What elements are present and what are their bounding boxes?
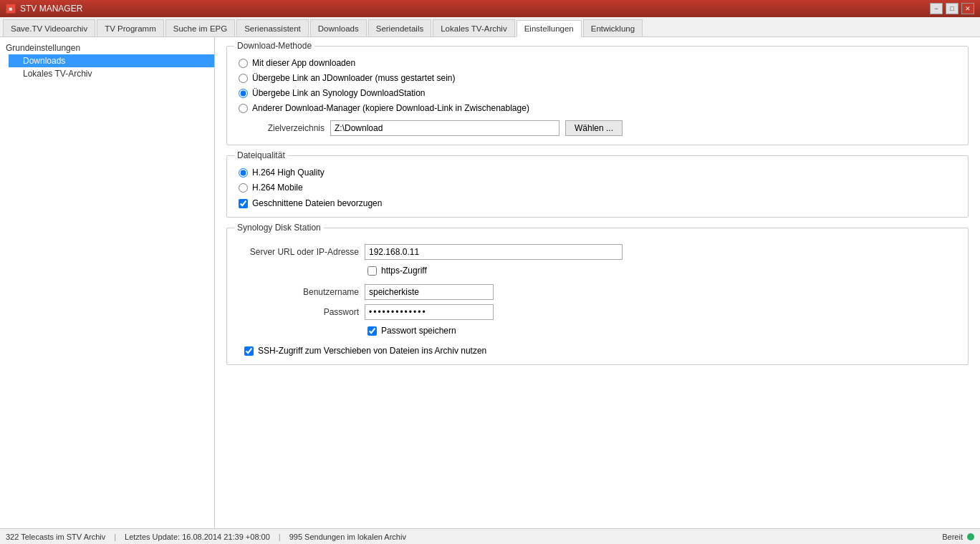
maximize-button[interactable]: □ [946,3,959,14]
status-bar: 322 Telecasts im STV Archiv | Letztes Up… [0,528,980,544]
ssh-zugriff-checkbox-row[interactable]: SSH-Zugriff zum Verschieben von Dateien … [244,346,956,356]
ssh-zugriff-label: SSH-Zugriff zum Verschieben von Dateien … [258,346,486,356]
radio-app-label: Mit dieser App downloaden [252,58,355,68]
tab-seriendetails[interactable]: Seriendetails [368,19,431,37]
tab-downloads[interactable]: Downloads [310,19,367,37]
app-icon: ■ [6,4,16,14]
passwort-row: Passwort [244,304,956,320]
section-dateiqualitaet-title: Dateiqualität [234,150,288,160]
section-download-methode: Download-Methode Mit dieser App download… [226,46,969,145]
geschnittene-dateien-checkbox[interactable] [239,199,248,208]
radio-h264mobile-input[interactable] [239,183,248,193]
status-text: Bereit [942,533,963,541]
https-zugriff-checkbox[interactable] [368,266,377,276]
zielverzeichnis-label: Zielverzeichnis [239,123,325,133]
radio-other[interactable]: Anderer Download-Manager (kopiere Downlo… [239,103,956,113]
radio-jdownloader[interactable]: Übergebe Link an JDownloader (muss gesta… [239,73,956,83]
section-download-methode-title: Download-Methode [234,41,314,51]
geschnittene-dateien-label: Geschnittene Dateien bevorzugen [252,198,382,208]
radio-synology[interactable]: Übergebe Link an Synology DownloadStatio… [239,88,956,98]
status-sep2: | [279,533,281,541]
passwort-label: Passwort [244,307,359,317]
radio-h264hq-input[interactable] [239,168,248,178]
radio-h264hq-label: H.264 High Quality [252,167,325,178]
status-ready: Bereit [942,533,974,541]
tab-tvprog[interactable]: TV Programm [97,19,164,37]
benutzername-input[interactable] [365,284,494,300]
zielverzeichnis-input[interactable] [330,120,559,136]
close-button[interactable]: ✕ [961,3,974,14]
passwort-speichern-checkbox-row[interactable]: Passwort speichern [368,326,956,336]
radio-synology-label: Übergebe Link an Synology DownloadStatio… [252,88,426,98]
https-zugriff-checkbox-row[interactable]: https-Zugriff [368,266,956,276]
radio-other-label: Anderer Download-Manager (kopiere Downlo… [252,103,529,113]
sidebar-item-grundeinstellungen[interactable]: Grundeinstellungen [0,42,214,54]
tab-savetv[interactable]: Save.TV Videoarchiv [3,19,95,37]
radio-jdownloader-label: Übergebe Link an JDownloader (muss gesta… [252,73,455,83]
main-area: Grundeinstellungen Downloads Lokales TV-… [0,37,980,528]
radio-jdownloader-input[interactable] [239,74,248,83]
status-telecasts: 322 Telecasts im STV Archiv [6,533,105,541]
status-sendungen: 995 Sendungen im lokalen Archiv [289,533,406,541]
tab-serienassistent[interactable]: Serienassistent [236,19,309,37]
passwort-speichern-label: Passwort speichern [381,326,456,336]
radio-app[interactable]: Mit dieser App downloaden [239,58,956,68]
tab-lokales[interactable]: Lokales TV-Archiv [433,19,514,37]
status-indicator [967,533,974,540]
passwort-speichern-checkbox[interactable] [368,326,377,336]
tab-bar: Save.TV Videoarchiv TV Programm Suche im… [0,17,980,37]
sidebar: Grundeinstellungen Downloads Lokales TV-… [0,37,215,528]
section-synology: Synology Disk Station Server URL oder IP… [226,228,969,365]
server-url-row: Server URL oder IP-Adresse [244,244,956,260]
status-last-update: Letztes Update: 16.08.2014 21:39 +08:00 [125,533,270,541]
benutzername-label: Benutzername [244,287,359,297]
minimize-button[interactable]: − [930,3,943,14]
window-controls: − □ ✕ [930,3,974,14]
server-url-input[interactable] [365,244,623,260]
waehlen-button[interactable]: Wählen ... [565,120,623,136]
status-info: 322 Telecasts im STV Archiv | Letztes Up… [6,533,406,541]
server-url-label: Server URL oder IP-Adresse [244,247,359,257]
section-synology-title: Synology Disk Station [234,223,324,233]
radio-h264mobile[interactable]: H.264 Mobile [239,183,956,193]
https-zugriff-label: https-Zugriff [381,266,427,276]
section-dateiqualitaet: Dateiqualität H.264 High Quality H.264 M… [226,155,969,218]
sidebar-item-lokales-archiv[interactable]: Lokales TV-Archiv [9,67,214,80]
radio-h264mobile-label: H.264 Mobile [252,183,303,193]
passwort-input[interactable] [365,304,494,320]
sidebar-item-downloads[interactable]: Downloads [9,54,214,67]
radio-synology-input[interactable] [239,89,248,98]
zielverzeichnis-row: Zielverzeichnis Wählen ... [239,120,956,136]
benutzername-row: Benutzername [244,284,956,300]
tab-einstellungen[interactable]: Einstellungen [517,20,582,37]
window-title: STV MANAGER [20,4,82,14]
content-panel: Download-Methode Mit dieser App download… [215,37,980,528]
download-method-radio-group: Mit dieser App downloaden Übergebe Link … [239,58,956,113]
radio-other-input[interactable] [239,104,248,113]
tab-entwicklung[interactable]: Entwicklung [583,19,643,37]
radio-h264hq[interactable]: H.264 High Quality [239,167,956,178]
dateiqualitaet-radio-group: H.264 High Quality H.264 Mobile [239,167,956,193]
geschnittene-dateien-checkbox-row[interactable]: Geschnittene Dateien bevorzugen [239,198,956,208]
tab-search[interactable]: Suche im EPG [165,19,235,37]
radio-app-input[interactable] [239,59,248,68]
title-bar: ■ STV MANAGER − □ ✕ [0,0,980,17]
status-sep1: | [114,533,116,541]
ssh-zugriff-checkbox[interactable] [244,346,254,356]
